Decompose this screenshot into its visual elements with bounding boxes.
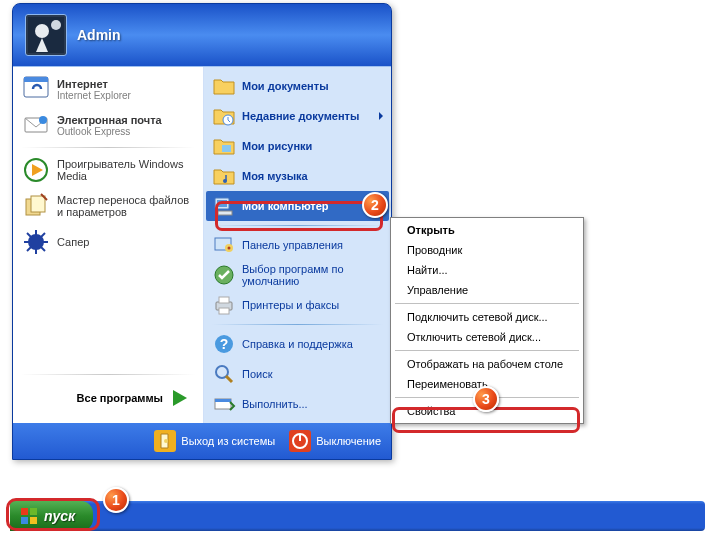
start-menu-header: Admin xyxy=(13,4,391,66)
svg-point-25 xyxy=(227,247,230,250)
cm-unmap-drive[interactable]: Отключить сетевой диск... xyxy=(393,327,581,347)
separator xyxy=(21,374,195,375)
wmp-item[interactable]: Проигрыватель Windows Media xyxy=(15,152,201,188)
recent-icon xyxy=(212,104,236,128)
separator xyxy=(21,147,195,148)
svg-rect-4 xyxy=(24,77,48,82)
start-button[interactable]: пуск xyxy=(10,501,93,531)
help-item[interactable]: ? Справка и поддержка xyxy=(206,329,389,359)
svg-rect-22 xyxy=(218,211,232,215)
start-menu-footer: Выход из системы Выключение xyxy=(13,423,391,459)
svg-rect-18 xyxy=(222,145,231,152)
mine-icon xyxy=(21,227,51,257)
logoff-label: Выход из системы xyxy=(181,435,275,447)
right-column: Мои документы Недавние документы Мои рис… xyxy=(204,67,391,423)
defaults-icon xyxy=(212,263,236,287)
mydocs-item[interactable]: Мои документы xyxy=(206,71,389,101)
recent-item[interactable]: Недавние документы xyxy=(206,101,389,131)
music-icon xyxy=(212,164,236,188)
svg-rect-42 xyxy=(30,517,37,524)
chevron-right-icon xyxy=(379,112,383,120)
printers-item[interactable]: Принтеры и факсы xyxy=(206,290,389,320)
item-label: Поиск xyxy=(242,368,272,380)
svg-point-36 xyxy=(164,439,168,443)
svg-rect-35 xyxy=(215,399,231,402)
item-label: Выполнить... xyxy=(242,398,308,410)
control-panel-icon xyxy=(212,233,236,257)
folder-icon xyxy=(212,74,236,98)
user-avatar[interactable] xyxy=(25,14,67,56)
internet-item[interactable]: ИнтернетInternet Explorer xyxy=(15,71,201,107)
separator xyxy=(395,350,579,351)
badge-3: 3 xyxy=(473,386,499,412)
item-label: Принтеры и факсы xyxy=(242,299,339,311)
wizard-icon xyxy=(21,191,51,221)
username: Admin xyxy=(77,27,121,43)
svg-rect-29 xyxy=(219,308,229,314)
badge-2: 2 xyxy=(362,192,388,218)
control-panel-item[interactable]: Панель управления xyxy=(206,230,389,260)
printer-icon xyxy=(212,293,236,317)
svg-line-33 xyxy=(226,376,232,382)
svg-rect-21 xyxy=(217,200,227,207)
svg-text:?: ? xyxy=(220,336,229,352)
svg-rect-39 xyxy=(21,508,28,515)
svg-point-1 xyxy=(35,24,49,38)
shutdown-icon xyxy=(289,430,311,452)
svg-rect-28 xyxy=(219,297,229,303)
item-label: Недавние документы xyxy=(242,110,359,122)
item-label: Мои документы xyxy=(242,80,329,92)
defaults-item[interactable]: Выбор программ по умолчанию xyxy=(206,260,389,290)
ie-icon xyxy=(21,74,51,104)
cm-open[interactable]: Открыть xyxy=(393,220,581,240)
pictures-icon xyxy=(212,134,236,158)
logoff-icon xyxy=(154,430,176,452)
item-sublabel: Outlook Express xyxy=(57,126,162,137)
all-programs-label: Все программы xyxy=(77,392,163,404)
shutdown-label: Выключение xyxy=(316,435,381,447)
logoff-button[interactable]: Выход из системы xyxy=(154,430,275,452)
item-sublabel: Internet Explorer xyxy=(57,90,131,101)
svg-point-6 xyxy=(39,116,47,124)
separator xyxy=(212,225,383,226)
start-menu: Admin ИнтернетInternet Explorer Электрон… xyxy=(12,3,392,460)
all-programs[interactable]: Все программы xyxy=(15,379,201,417)
cm-explore[interactable]: Проводник xyxy=(393,240,581,260)
item-label: Мои рисунки xyxy=(242,140,312,152)
cm-find[interactable]: Найти... xyxy=(393,260,581,280)
item-label: Моя музыка xyxy=(242,170,308,182)
item-label: Мой компьютер xyxy=(242,200,329,212)
svg-rect-40 xyxy=(30,508,37,515)
start-menu-body: ИнтернетInternet Explorer Электронная по… xyxy=(13,66,391,423)
left-column: ИнтернетInternet Explorer Электронная по… xyxy=(13,67,204,423)
separator xyxy=(212,324,383,325)
cm-show-desktop[interactable]: Отображать на рабочем столе xyxy=(393,354,581,374)
arrow-icon xyxy=(169,387,191,409)
item-label: Сапер xyxy=(57,236,89,248)
wizard-item[interactable]: Мастер переноса файлов и параметров xyxy=(15,188,201,224)
svg-rect-10 xyxy=(31,196,45,212)
item-label: Выбор программ по умолчанию xyxy=(242,263,383,287)
badge-1: 1 xyxy=(103,487,129,513)
start-label: пуск xyxy=(44,508,75,524)
svg-point-19 xyxy=(223,179,227,183)
item-label: Электронная почта xyxy=(57,114,162,126)
item-label: Панель управления xyxy=(242,239,343,251)
wmp-icon xyxy=(21,155,51,185)
separator xyxy=(395,303,579,304)
cm-manage[interactable]: Управление xyxy=(393,280,581,300)
run-item[interactable]: Выполнить... xyxy=(206,389,389,419)
item-label: Проигрыватель Windows Media xyxy=(57,158,195,182)
mypics-item[interactable]: Мои рисунки xyxy=(206,131,389,161)
mymusic-item[interactable]: Моя музыка xyxy=(206,161,389,191)
shutdown-button[interactable]: Выключение xyxy=(289,430,381,452)
item-label: Мастер переноса файлов и параметров xyxy=(57,194,195,218)
email-item[interactable]: Электронная почтаOutlook Express xyxy=(15,107,201,143)
minesweeper-item[interactable]: Сапер xyxy=(15,224,201,260)
svg-marker-16 xyxy=(173,390,187,406)
item-label: Интернет xyxy=(57,78,131,90)
cm-map-drive[interactable]: Подключить сетевой диск... xyxy=(393,307,581,327)
search-item[interactable]: Поиск xyxy=(206,359,389,389)
search-icon xyxy=(212,362,236,386)
computer-icon xyxy=(212,194,236,218)
